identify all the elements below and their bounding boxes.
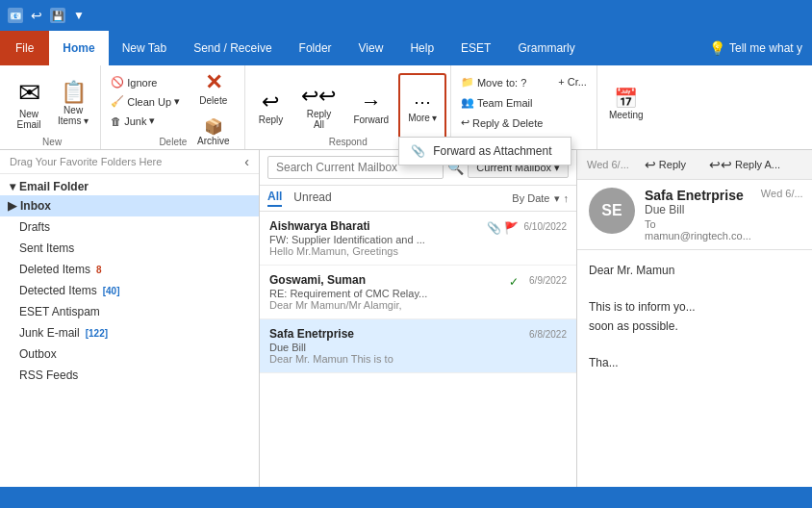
reading-date: Wed 6/... [761,188,803,199]
sidebar-collapse-button[interactable]: ‹ [244,154,249,169]
reading-body-line3: Tha... [589,354,800,372]
menu-item-file[interactable]: File [0,31,49,65]
sort-direction-icon: ↑ [564,192,570,204]
email-item-1[interactable]: Aishwarya Bharati FW: Supplier Identific… [260,212,576,266]
ribbon-group-delete-label: Delete [101,137,244,147]
reading-reply-all-icon: ↩↩ [709,157,732,172]
avatar: SE [589,188,635,234]
title-bar-icons: 📧 [8,8,23,23]
new-items-label: NewItems ▾ [58,105,89,126]
ignore-button[interactable]: 🚫 Ignore [105,73,186,91]
email-flags-2: ✓ [509,275,519,289]
menu-item-grammarly[interactable]: Grammarly [504,31,588,65]
email-list: Aishwarya Bharati FW: Supplier Identific… [260,212,576,373]
sidebar-item-outbox[interactable]: Outbox [0,343,259,365]
folder-tree-icon: ▾ [10,180,15,193]
team-email-button[interactable]: 👥 Team Email [455,93,548,112]
more-button-container: ⋯ More ▾ 📎 Forward as Attachment [398,73,446,140]
reading-body-greeting: Dear Mr. Mamun [589,262,800,280]
respond-buttons: ↩ Reply ↩↩ ReplyAll → Forward ⋯ More ▾ [249,69,445,145]
filter-unread-tab[interactable]: Unread [293,190,331,206]
email-subject-2: RE: Requirement of CMC Relay... [269,288,567,299]
reply-all-icon: ↩↩ [301,84,336,109]
quick-steps-buttons: 📁 Move to: ? 👥 Team Email ↩ Reply & Dele… [455,69,548,145]
reading-header: SE Safa Enetrprise Due Bill To mamun@rin… [577,180,812,250]
junk-button[interactable]: 🗑 Junk▾ [105,112,186,130]
junk-badge: [122] [86,328,108,339]
reply-all-label: ReplyAll [307,109,332,130]
meeting-button[interactable]: 📅 Meeting [601,69,651,137]
new-email-button[interactable]: ✉ NewEmail [8,69,50,137]
more-dropdown: 📎 Forward as Attachment [398,137,571,165]
reading-body: Dear Mr. Mamun This is to inform yo... s… [577,250,812,384]
email-date-1: 6/10/2022 [524,221,568,232]
new-email-icon: ✉ [18,77,40,109]
flag-icon: 🚩 [504,221,519,235]
sidebar-item-sent[interactable]: Sent Items [0,238,259,259]
delete-icon: ✕ [205,70,222,95]
clean-up-button[interactable]: 🧹 Clean Up▾ [105,92,186,111]
sidebar-item-drafts[interactable]: Drafts [0,216,259,238]
sort-selector[interactable]: By Date ▾ ↑ [512,192,569,205]
menu-item-help[interactable]: Help [396,31,447,65]
ribbon-group-new: ✉ NewEmail 📋 NewItems ▾ New [4,65,101,149]
forward-attachment-item[interactable]: 📎 Forward as Attachment [399,138,571,165]
menu-item-eset[interactable]: ESET [447,31,504,65]
undo-button[interactable]: ↩ [31,8,42,23]
dropdown-arrow[interactable]: ▼ [73,9,85,22]
main-content: Drag Your Favorite Folders Here ‹ ▾ Emai… [0,150,812,487]
reading-body-line2: soon as possible. [589,318,800,336]
sidebar-item-detected[interactable]: Detected Items [40] [0,280,259,301]
email-subject-1: FW: Supplier Identification and ... [269,234,567,245]
reply-button[interactable]: ↩ Reply [249,73,292,140]
email-sender-3: Safa Enetrprise [269,327,567,341]
reading-toolbar: Wed 6/... ↩ Reply ↩↩ Reply A... [577,150,812,180]
junk-icon: 🗑 [111,115,121,127]
cleanup-icon: 🧹 [111,95,124,108]
sidebar-item-deleted[interactable]: Deleted Items 8 [0,259,259,280]
email-item-3[interactable]: Safa Enetrprise Due Bill Dear Mr. Mamun … [260,319,576,373]
menu-item-send-receive[interactable]: Send / Receive [180,31,285,65]
reply-icon: ↩ [262,89,279,114]
move-to-button[interactable]: 📁 Move to: ? [455,73,548,91]
reading-reply-all-button[interactable]: ↩↩ Reply A... [701,154,788,175]
reading-reply-button[interactable]: ↩ Reply [637,154,694,175]
sidebar-item-rss[interactable]: RSS Feeds [0,365,259,386]
reading-meta: Safa Enetrprise Due Bill To mamun@ringte… [645,188,751,241]
tell-me-bar[interactable]: 💡 Tell me what y [699,31,812,65]
new-items-button[interactable]: 📋 NewItems ▾ [50,69,96,137]
email-flags-1: 📎 🚩 [487,221,519,235]
forward-button[interactable]: → Forward [345,73,396,140]
delete-button[interactable]: ✕ Delete [191,64,235,112]
sidebar-item-eset[interactable]: ESET Antispam [0,301,259,322]
reading-subject: Due Bill [645,203,751,216]
sidebar-item-junk[interactable]: Junk E-mail [122] [0,322,259,343]
delete-group-buttons: 🚫 Ignore 🧹 Clean Up▾ 🗑 Junk▾ [105,69,186,145]
title-bar: 📧 ↩ 💾 ▼ [0,0,812,31]
create-button[interactable]: + Cr... [552,73,593,90]
menu-item-view[interactable]: View [345,31,397,65]
more-label: More ▾ [408,113,437,123]
menu-item-home[interactable]: Home [49,31,108,65]
filter-all-tab[interactable]: All [267,190,282,207]
email-item-2[interactable]: Goswami, Suman RE: Requirement of CMC Re… [260,266,576,319]
menu-item-folder[interactable]: Folder [286,31,345,65]
email-sender-2: Goswami, Suman [269,273,567,287]
save-icon[interactable]: 💾 [50,8,65,23]
more-dropdown-icon: ▾ [432,113,437,123]
move-to-icon: 📁 [461,76,474,89]
filter-bar: All Unread By Date ▾ ↑ [260,186,576,212]
menu-bar: File Home New Tab Send / Receive Folder … [0,31,812,65]
reply-delete-button[interactable]: ↩ Reply & Delete [455,114,548,132]
reply-all-button[interactable]: ↩↩ ReplyAll [293,73,343,140]
email-list-pane: 🔍 Current Mailbox ▾ All Unread By Date ▾… [260,150,577,487]
more-icon: ⋯ [414,91,431,113]
reading-reply-icon: ↩ [645,157,656,172]
ignore-icon: 🚫 [111,76,124,89]
sidebar-item-inbox[interactable]: ▶ Inbox [0,195,259,216]
menu-item-new-tab[interactable]: New Tab [109,31,180,65]
more-button[interactable]: ⋯ More ▾ [398,73,446,140]
detected-badge: [40] [103,286,120,296]
status-bar [0,487,812,508]
team-email-icon: 👥 [461,96,474,109]
